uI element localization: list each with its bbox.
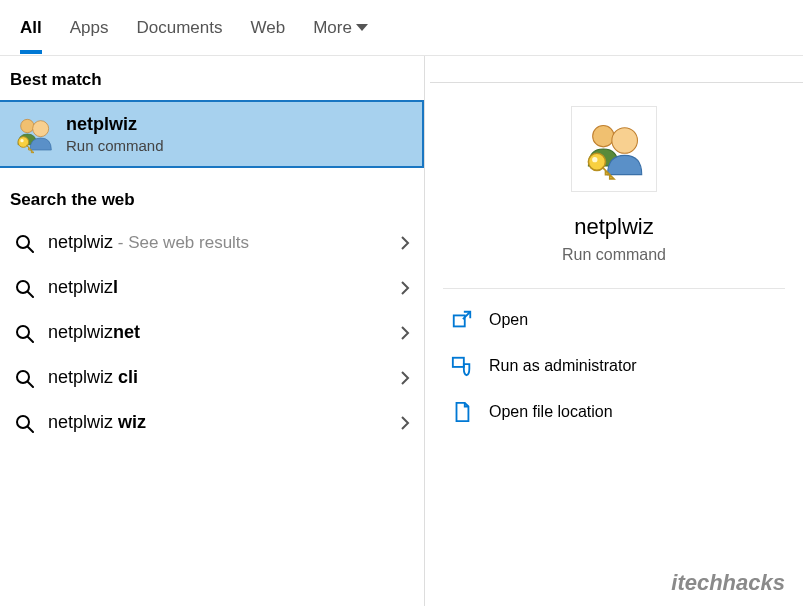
svg-rect-8 [453,358,464,367]
open-label: Open [489,311,528,329]
open-location-action[interactable]: Open file location [443,389,785,435]
users-key-icon [14,114,54,154]
chevron-right-icon [400,415,410,431]
chevron-right-icon [400,280,410,296]
chevron-down-icon [356,24,368,31]
chevron-right-icon [400,235,410,251]
detail-panel: netplwiz Run command Open Run as adminis… [425,56,803,606]
search-icon [14,413,34,433]
tab-all[interactable]: All [20,18,42,52]
web-result[interactable]: netplwiz wiz [0,400,424,445]
web-result[interactable]: netplwiz - See web results [0,220,424,265]
run-admin-label: Run as administrator [489,357,637,375]
detail-subtitle: Run command [562,246,666,264]
best-match-result[interactable]: netplwiz Run command [0,100,424,168]
web-result-text: netplwiz cli [48,367,138,388]
divider [430,82,803,83]
chevron-right-icon [400,325,410,341]
search-tabs: All Apps Documents Web More [0,0,803,56]
shield-admin-icon [451,355,473,377]
tab-more-label: More [313,18,352,38]
detail-title: netplwiz [574,214,653,240]
svg-rect-6 [454,315,465,326]
run-admin-action[interactable]: Run as administrator [443,343,785,389]
open-action[interactable]: Open [443,297,785,343]
web-result[interactable]: netplwiznet [0,310,424,355]
watermark: itechhacks [671,570,785,596]
best-match-subtitle: Run command [66,137,164,154]
file-location-icon [451,401,473,423]
tab-documents[interactable]: Documents [136,18,222,52]
search-icon [14,233,34,253]
detail-icon-box [571,106,657,192]
best-match-text: netplwiz Run command [66,114,164,154]
results-panel: Best match netplwiz Run command Search t… [0,56,425,606]
detail-header: netplwiz Run command [443,96,785,289]
action-list: Open Run as administrator Open file loca… [425,289,803,443]
search-icon [14,278,34,298]
best-match-header: Best match [0,56,424,100]
web-result[interactable]: netplwizl [0,265,424,310]
web-result-text: netplwizl [48,277,118,298]
chevron-right-icon [400,370,410,386]
open-icon [451,309,473,331]
web-result-text: netplwiz - See web results [48,232,249,253]
tab-apps[interactable]: Apps [70,18,109,52]
search-icon [14,323,34,343]
search-icon [14,368,34,388]
best-match-title: netplwiz [66,114,164,135]
tab-more[interactable]: More [313,18,368,52]
tab-web[interactable]: Web [250,18,285,52]
web-result[interactable]: netplwiz cli [0,355,424,400]
search-web-header: Search the web [0,176,424,220]
web-result-text: netplwiz wiz [48,412,146,433]
open-location-label: Open file location [489,403,613,421]
web-result-text: netplwiznet [48,322,140,343]
users-key-icon [582,117,646,181]
